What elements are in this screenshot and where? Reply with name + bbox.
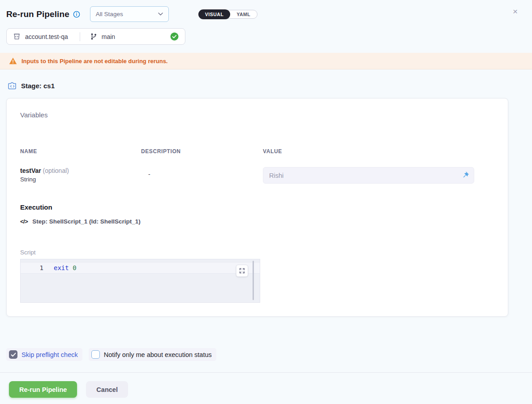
variable-name: testVar	[20, 167, 41, 174]
notify-only-me-label: Notify only me about execution status	[104, 351, 212, 358]
warning-banner: Inputs to this Pipeline are not editable…	[0, 53, 532, 69]
code-number: 0	[73, 264, 76, 271]
skip-preflight-label: Skip preflight check	[21, 351, 78, 358]
column-header-description: DESCRIPTION	[141, 148, 263, 155]
editor-scrollbar[interactable]	[253, 261, 254, 300]
variable-row: testVar (optional) String -	[20, 167, 494, 184]
page-title: Re-run Pipeline	[6, 9, 69, 19]
variable-optional-tag: (optional)	[41, 167, 69, 174]
code-text: exit 0	[46, 264, 77, 271]
tab-visual[interactable]: VISUAL	[198, 9, 231, 19]
column-header-value: VALUE	[263, 148, 494, 155]
git-branch-icon	[90, 33, 97, 40]
code-line[interactable]: 1 exit 0	[21, 262, 260, 274]
variables-table-header: NAME DESCRIPTION VALUE	[20, 148, 494, 155]
chevron-down-icon	[158, 13, 163, 16]
warning-banner-text: Inputs to this Pipeline are not editable…	[21, 58, 167, 64]
warning-triangle-icon	[9, 57, 17, 64]
tab-yaml[interactable]: YAML	[230, 9, 257, 19]
divider	[80, 32, 80, 41]
notify-only-me-checkbox[interactable]: Notify only me about execution status	[89, 348, 216, 361]
step-heading-label: Step: ShellScript_1 (Id: ShellScript_1)	[32, 218, 141, 225]
close-icon[interactable]: ×	[513, 7, 518, 16]
script-code-editor[interactable]: 1 exit 0	[20, 259, 260, 303]
footer-actions: Re-run Pipeline Cancel	[0, 373, 532, 398]
checkbox-checked-icon[interactable]	[9, 350, 17, 359]
variable-name-cell: testVar (optional) String	[20, 167, 141, 183]
cancel-button[interactable]: Cancel	[86, 381, 128, 398]
repository-icon	[13, 33, 21, 40]
stage-selector-dropdown[interactable]: All Stages	[90, 6, 169, 22]
repository-name: account.test-qa	[25, 33, 68, 40]
expand-editor-button[interactable]	[236, 265, 248, 277]
code-keyword: exit	[54, 264, 69, 271]
pin-icon[interactable]	[461, 171, 469, 179]
variable-type: String	[20, 176, 141, 183]
rerun-pipeline-button[interactable]: Re-run Pipeline	[9, 381, 77, 398]
variable-description: -	[141, 167, 263, 178]
skip-preflight-checkbox[interactable]: Skip preflight check	[6, 348, 82, 361]
info-icon[interactable]	[73, 11, 80, 18]
checkbox-unchecked-icon[interactable]	[91, 350, 100, 359]
script-field-label: Script	[20, 249, 494, 256]
branch-name: main	[102, 33, 115, 40]
visual-yaml-toggle: VISUAL YAML	[198, 10, 257, 19]
modal-header: Re-run Pipeline All Stages VISUAL YAML ×…	[0, 0, 532, 45]
column-header-name: NAME	[20, 148, 141, 155]
repo-branch-selector[interactable]: account.test-qa main	[6, 28, 185, 45]
variable-value-input[interactable]	[263, 167, 474, 184]
stage-heading-label: Stage: cs1	[21, 82, 55, 90]
stage-heading: Stage: cs1	[8, 81, 532, 90]
stage-form-card: Variables NAME DESCRIPTION VALUE testVar…	[6, 98, 508, 317]
variables-section-title: Variables	[20, 111, 494, 119]
code-step-icon: </>	[20, 218, 28, 225]
check-circle-icon	[170, 32, 179, 41]
stage-selector-value: All Stages	[96, 11, 123, 17]
custom-stage-icon	[8, 81, 17, 90]
step-heading: </> Step: ShellScript_1 (Id: ShellScript…	[20, 218, 494, 225]
variable-value-cell	[263, 167, 474, 184]
options-row: Skip preflight check Notify only me abou…	[6, 348, 532, 361]
expand-icon	[239, 268, 245, 274]
line-number: 1	[21, 264, 46, 271]
execution-section-title: Execution	[20, 203, 494, 211]
